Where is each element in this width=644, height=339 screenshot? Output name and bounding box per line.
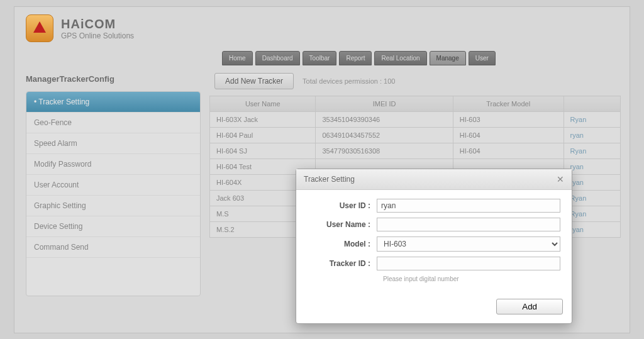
main-tabs: HomeDashboardToolbarReportReal LocationM… (222, 51, 630, 65)
table-cell: HI-604 Paul (210, 128, 316, 143)
table-row[interactable]: HI-604 Paul063491043457552HI-604ryan (210, 128, 621, 143)
table-cell: HI-603X Jack (210, 112, 316, 128)
table-cell: HI-604 (453, 143, 564, 159)
table-header: Tracker Model (453, 96, 564, 112)
table-row[interactable]: HI-604 SJ354779030516308HI-604Ryan (210, 143, 621, 159)
dialog-titlebar: Tracker Setting ✕ (296, 169, 572, 190)
user-name-input[interactable] (377, 218, 560, 231)
sidebar-item-modify-password[interactable]: Modify Password (26, 154, 200, 175)
sidebar-item-tracker-setting[interactable]: • Tracker Setting (26, 92, 200, 113)
model-label: Model : (308, 240, 377, 248)
tracker-id-note: Please input digital number (383, 275, 560, 282)
device-permission-label: Total devices permission : 100 (303, 77, 395, 85)
brand-sub: GPS Online Solutions (61, 31, 134, 40)
add-new-tracker-button[interactable]: Add New Tracker (214, 73, 294, 89)
sidebar-list: • Tracker SettingGeo-FenceSpeed AlarmMod… (26, 91, 201, 296)
table-cell: Ryan (564, 143, 620, 159)
user-name-label: User Name : (308, 220, 377, 229)
sidebar-item-device-setting[interactable]: Device Setting (26, 216, 200, 237)
table-cell: 354779030516308 (316, 143, 453, 159)
user-id-input[interactable] (377, 199, 560, 213)
tracker-setting-dialog: Tracker Setting ✕ User ID : User Name : … (296, 169, 572, 324)
tracker-id-label: Tracker ID : (308, 259, 377, 268)
table-header: IMEI ID (316, 96, 453, 112)
tab-user[interactable]: User (469, 51, 496, 65)
tab-home[interactable]: Home (222, 51, 253, 65)
table-cell: HI-603 (453, 112, 564, 128)
tab-real-location[interactable]: Real Location (374, 51, 426, 65)
tab-manage[interactable]: Manage (430, 51, 466, 65)
sidebar-item-command-send[interactable]: Command Send (26, 237, 200, 258)
table-header (564, 96, 620, 112)
sidebar-item-geo-fence[interactable]: Geo-Fence (26, 113, 200, 133)
tab-report[interactable]: Report (339, 51, 372, 65)
breadcrumb: ManagerTrackerConfig (26, 68, 201, 91)
table-cell: HI-604 SJ (210, 143, 316, 159)
sidebar-item-speed-alarm[interactable]: Speed Alarm (26, 133, 200, 154)
tab-dashboard[interactable]: Dashboard (255, 51, 300, 65)
sidebar-item-user-account[interactable]: User Account (26, 175, 200, 196)
dialog-title: Tracker Setting (304, 175, 355, 184)
sidebar-item-graphic-setting[interactable]: Graphic Setting (26, 196, 200, 216)
sidebar: ManagerTrackerConfig • Tracker SettingGe… (14, 65, 209, 305)
table-cell: ryan (564, 128, 620, 143)
brand-name: HAiCOM (61, 17, 134, 31)
dialog-add-button[interactable]: Add (496, 299, 563, 314)
header: HAiCOM GPS Online Solutions (14, 7, 630, 47)
toolbar: Add New Tracker Total devices permission… (209, 68, 621, 96)
logo (26, 14, 53, 42)
tracker-id-input[interactable] (377, 257, 560, 270)
table-row[interactable]: HI-603X Jack353451049390346HI-603Ryan (210, 112, 621, 128)
table-cell: 063491043457552 (316, 128, 453, 143)
table-header: User Name (210, 96, 316, 112)
tab-toolbar[interactable]: Toolbar (303, 51, 337, 65)
table-cell: 353451049390346 (316, 112, 453, 128)
model-select[interactable]: HI-603 (377, 236, 560, 252)
table-cell: HI-604 (453, 128, 564, 143)
user-id-label: User ID : (308, 201, 377, 210)
table-cell: Ryan (564, 112, 620, 128)
close-icon[interactable]: ✕ (557, 174, 564, 184)
